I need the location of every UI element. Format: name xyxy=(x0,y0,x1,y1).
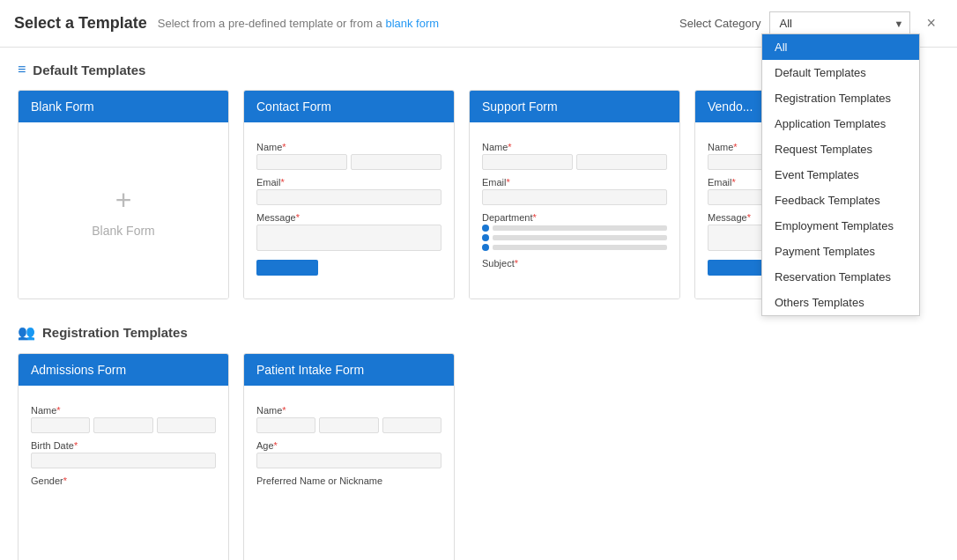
contact-message-label: Message* xyxy=(256,212,441,223)
patient-age-label: Age* xyxy=(256,440,441,451)
header-subtitle: Select from a pre-defined template or fr… xyxy=(158,17,439,30)
admissions-first-input xyxy=(31,417,90,433)
blank-form-label: Blank Form xyxy=(92,224,155,238)
support-department-options xyxy=(482,225,667,251)
radio-item-1 xyxy=(482,225,667,232)
support-name-label: Name* xyxy=(482,142,667,152)
contact-submit-btn xyxy=(256,260,318,276)
card-support-form[interactable]: Support Form Name* Email* Department* xyxy=(469,90,680,299)
card-blank-form-body: + Blank Form xyxy=(19,122,228,298)
card-patient-intake-form-header: Patient Intake Form xyxy=(244,354,454,386)
dropdown-item-employment[interactable]: Employment Templates xyxy=(762,213,919,239)
card-blank-form[interactable]: Blank Form + Blank Form xyxy=(18,90,229,299)
patient-name-row xyxy=(256,417,441,433)
card-admissions-form-header: Admissions Form xyxy=(19,354,228,386)
admissions-name-row xyxy=(31,417,216,433)
radio-item-3 xyxy=(482,244,667,251)
contact-email-input xyxy=(256,189,441,205)
support-email-input xyxy=(482,189,667,205)
select-category-label: Select Category xyxy=(679,17,761,30)
support-first-name-input xyxy=(482,154,573,170)
radio-dot-3 xyxy=(482,244,489,251)
section-registration-title: 👥 Registration Templates xyxy=(18,324,939,341)
admissions-last-input xyxy=(157,417,216,433)
radio-item-2 xyxy=(482,234,667,241)
section-registration-label: Registration Templates xyxy=(42,325,188,340)
patient-nickname-label: Preferred Name or Nickname xyxy=(256,475,441,486)
card-contact-form-header: Contact Form xyxy=(244,91,454,122)
card-patient-intake-form-body: Name* Age* Preferred Name or Nickname xyxy=(244,386,454,560)
radio-dot-2 xyxy=(482,234,489,241)
dropdown-item-event[interactable]: Event Templates xyxy=(762,162,919,188)
contact-first-name-input xyxy=(256,154,347,170)
support-name-row xyxy=(482,154,667,170)
admissions-mid-input xyxy=(93,417,152,433)
patient-mid-input xyxy=(319,417,378,433)
card-admissions-form-body: Name* Birth Date* Gender* xyxy=(19,386,228,560)
support-department-label: Department* xyxy=(482,212,667,223)
radio-dot-1 xyxy=(482,225,489,232)
dropdown-item-payment[interactable]: Payment Templates xyxy=(762,239,919,264)
admissions-birthdate-input xyxy=(31,453,216,468)
patient-last-input xyxy=(382,417,441,433)
card-support-form-header: Support Form xyxy=(470,91,679,122)
blank-form-link[interactable]: blank form xyxy=(385,17,439,30)
menu-icon: ≡ xyxy=(18,62,26,77)
radio-bar-2 xyxy=(493,235,667,240)
support-last-name-input xyxy=(576,154,667,170)
contact-email-label: Email* xyxy=(256,177,441,188)
vendor-submit-btn xyxy=(708,260,769,276)
dropdown-item-registration[interactable]: Registration Templates xyxy=(762,85,919,111)
page-title: Select a Template xyxy=(14,14,147,33)
dropdown-item-feedback[interactable]: Feedback Templates xyxy=(762,188,919,213)
dropdown-item-application[interactable]: Application Templates xyxy=(762,111,919,136)
patient-first-input xyxy=(256,417,315,433)
dropdown-item-default[interactable]: Default Templates xyxy=(762,60,919,85)
dropdown-item-all[interactable]: All xyxy=(762,34,919,60)
dropdown-item-others[interactable]: Others Templates xyxy=(762,290,919,315)
radio-bar-3 xyxy=(493,245,667,250)
card-contact-form[interactable]: Contact Form Name* Email* Message* xyxy=(243,90,455,299)
dropdown-item-request[interactable]: Request Templates xyxy=(762,136,919,162)
support-email-label: Email* xyxy=(482,177,667,188)
contact-message-input xyxy=(256,225,441,251)
patient-age-input xyxy=(256,453,441,468)
patient-name-label: Name* xyxy=(256,405,441,416)
registration-cards-grid: Admissions Form Name* Birth Date* Gender… xyxy=(18,353,939,560)
contact-last-name-input xyxy=(351,154,441,170)
admissions-birthdate-label: Birth Date* xyxy=(31,440,216,451)
contact-name-label: Name* xyxy=(256,142,441,152)
contact-name-row xyxy=(256,154,441,170)
radio-bar-1 xyxy=(493,225,667,231)
admissions-gender-label: Gender* xyxy=(31,475,216,486)
plus-icon: + xyxy=(115,184,132,217)
card-blank-form-header: Blank Form xyxy=(19,91,228,122)
card-contact-form-body: Name* Email* Message* xyxy=(244,122,454,298)
users-icon: 👥 xyxy=(18,324,35,341)
close-button[interactable]: × xyxy=(919,11,943,36)
category-select[interactable]: All Default Templates Registration Templ… xyxy=(769,11,910,35)
card-patient-intake-form[interactable]: Patient Intake Form Name* Age* Preferred… xyxy=(243,353,455,560)
admissions-name-label: Name* xyxy=(31,405,216,416)
header-right: Select Category All Default Templates Re… xyxy=(679,11,943,36)
dropdown-menu: All Default Templates Registration Templ… xyxy=(761,33,920,316)
dropdown-item-reservation[interactable]: Reservation Templates xyxy=(762,264,919,290)
card-admissions-form[interactable]: Admissions Form Name* Birth Date* Gender… xyxy=(18,353,229,560)
category-select-wrapper: All Default Templates Registration Templ… xyxy=(769,11,910,35)
section-default-label: Default Templates xyxy=(33,63,145,77)
card-support-form-body: Name* Email* Department* xyxy=(470,122,679,298)
support-subject-label: Subject* xyxy=(482,258,667,269)
